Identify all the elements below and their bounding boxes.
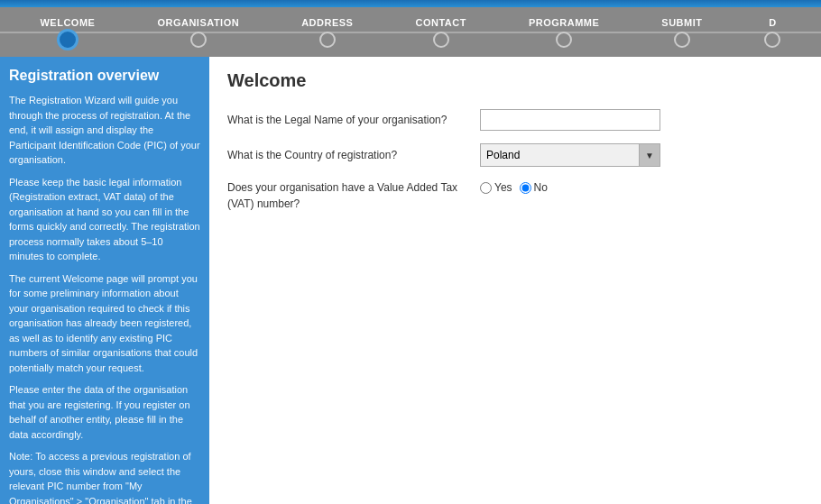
step-organisation[interactable]: ORGANISATION — [157, 17, 239, 48]
main-content: Registration overview The Registration W… — [0, 57, 821, 504]
step-programme-label: PROGRAMME — [529, 17, 599, 28]
vat-yes-radio[interactable] — [480, 182, 492, 194]
step-welcome[interactable]: WELCOME — [40, 17, 95, 48]
vat-row: Does your organisation have a Value Adde… — [227, 179, 803, 212]
step-submit-circle — [674, 32, 690, 48]
progress-bar: WELCOME ORGANISATION ADDRESS CONTACT PRO… — [0, 7, 821, 57]
sidebar: Registration overview The Registration W… — [0, 57, 209, 504]
step-organisation-label: ORGANISATION — [157, 17, 239, 28]
vat-radio-group: Yes No — [480, 181, 548, 194]
legal-name-input[interactable] — [480, 109, 660, 131]
step-d-label: D — [769, 17, 776, 28]
step-welcome-circle — [60, 32, 76, 48]
step-address[interactable]: ADDRESS — [301, 17, 353, 48]
step-contact-label: CONTACT — [415, 17, 466, 28]
country-row: What is the Country of registration? Pol… — [227, 143, 803, 167]
step-address-circle — [319, 32, 336, 48]
step-contact[interactable]: CONTACT — [415, 17, 466, 48]
vat-no-option[interactable]: No — [520, 181, 548, 194]
page-title: Welcome — [227, 70, 803, 91]
sidebar-paragraph-1: The Registration Wizard will guide you t… — [9, 93, 200, 168]
step-d-circle — [764, 32, 780, 48]
country-select[interactable]: Poland Germany France Spain Italy — [480, 143, 660, 167]
step-submit-label: SUBMIT — [661, 17, 702, 28]
step-d[interactable]: D — [764, 17, 780, 48]
step-organisation-circle — [190, 32, 207, 48]
sidebar-paragraph-2: Please keep the basic legal information … — [9, 175, 200, 264]
content-area: Welcome What is the Legal Name of your o… — [209, 57, 821, 504]
country-label: What is the Country of registration? — [227, 149, 480, 161]
step-welcome-label: WELCOME — [40, 17, 95, 28]
step-programme-circle — [556, 32, 572, 48]
sidebar-paragraph-3: The current Welcome page will prompt you… — [9, 271, 200, 376]
vat-yes-label: Yes — [494, 181, 512, 194]
vat-no-label: No — [534, 181, 548, 194]
step-submit[interactable]: SUBMIT — [661, 17, 702, 48]
country-select-wrapper: Poland Germany France Spain Italy ▼ — [480, 143, 660, 167]
vat-no-radio[interactable] — [520, 182, 531, 194]
step-contact-circle — [433, 32, 449, 48]
sidebar-paragraph-5: Note: To access a previous registration … — [9, 449, 200, 504]
legal-name-row: What is the Legal Name of your organisat… — [227, 109, 803, 131]
legal-name-label: What is the Legal Name of your organisat… — [227, 114, 480, 126]
steps-container: WELCOME ORGANISATION ADDRESS CONTACT PRO… — [9, 17, 812, 48]
sidebar-paragraph-4: Please enter the data of the organisatio… — [9, 382, 200, 442]
step-programme[interactable]: PROGRAMME — [529, 17, 599, 48]
vat-yes-option[interactable]: Yes — [480, 181, 512, 194]
sidebar-title: Registration overview — [9, 68, 200, 84]
step-address-label: ADDRESS — [301, 17, 353, 28]
top-bar — [0, 0, 821, 7]
vat-label: Does your organisation have a Value Adde… — [227, 179, 480, 212]
